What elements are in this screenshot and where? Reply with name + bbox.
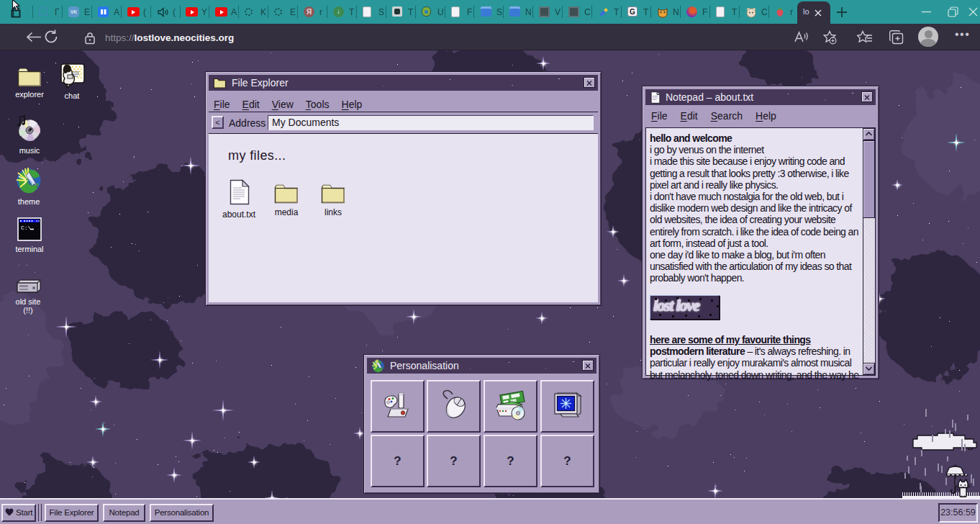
svg-text:C:\: C:\ [21,225,32,231]
